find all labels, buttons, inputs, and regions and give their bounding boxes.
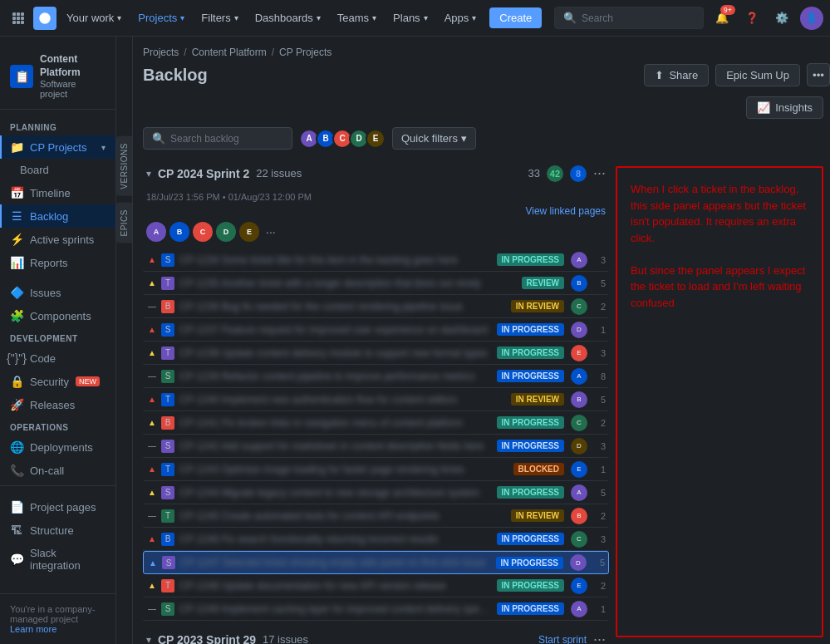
issue-type-icon: T bbox=[161, 579, 174, 592]
apps-grid-icon[interactable] bbox=[7, 7, 30, 30]
story-points: 8 bbox=[592, 371, 606, 381]
sidebar-item-slack[interactable]: 💬 Slack integration bbox=[0, 542, 115, 577]
chevron-down-icon: ▾ bbox=[180, 13, 184, 22]
table-row[interactable]: ▲ B CP-1241 Fix broken links in navigati… bbox=[143, 411, 609, 435]
nav-right-section: 🔍 Search 🔔 9+ ❓ ⚙️ 👤 bbox=[554, 7, 823, 30]
start-sprint-button[interactable]: Start sprint bbox=[538, 634, 587, 645]
side-panel: When I click a ticket in the backlog, th… bbox=[616, 166, 823, 637]
row-text: CP-1234 Some ticket title for this item … bbox=[179, 254, 490, 266]
sidebar-item-timeline[interactable]: 📅 Timeline bbox=[0, 181, 115, 204]
team-more-icon[interactable]: ··· bbox=[266, 225, 276, 238]
breadcrumb-cp-projects[interactable]: CP Projects bbox=[279, 47, 332, 58]
table-row[interactable]: — S CP-1242 Add support for markdown in … bbox=[143, 435, 609, 458]
content-wrapper: Projects / Content Platform / CP Project… bbox=[133, 37, 830, 644]
avatar-filters[interactable]: A B C D E bbox=[299, 129, 386, 149]
code-icon: {"}"} bbox=[10, 351, 23, 365]
nav-dashboards[interactable]: Dashboards ▾ bbox=[248, 8, 327, 27]
sidebar-item-cp-projects[interactable]: 📁 CP Projects ▾ bbox=[0, 135, 115, 159]
sidebar-item-backlog[interactable]: ☰ Backlog bbox=[0, 204, 115, 228]
sidebar-item-code[interactable]: {"}"} Code bbox=[0, 347, 115, 370]
sprint2-stats: Start sprint ··· bbox=[538, 631, 606, 644]
quick-filters-button[interactable]: Quick filters ▾ bbox=[392, 127, 476, 150]
chevron-down-icon: ▾ bbox=[101, 143, 106, 152]
nav-your-work[interactable]: Your work ▾ bbox=[60, 8, 128, 27]
sprint2-more-icon[interactable]: ··· bbox=[593, 631, 606, 644]
status-badge: REVIEW bbox=[522, 277, 564, 289]
view-linked-pages-link[interactable]: View linked pages bbox=[525, 205, 606, 217]
search-bar[interactable]: 🔍 Search bbox=[554, 7, 704, 29]
more-options-button[interactable]: ••• bbox=[807, 63, 830, 86]
sprint1-more-icon[interactable]: ··· bbox=[593, 165, 606, 182]
table-row[interactable]: — T CP-1245 Create automated tests for c… bbox=[143, 504, 609, 528]
table-row[interactable]: — S CP-1249 Implement caching layer for … bbox=[143, 597, 609, 621]
table-row[interactable]: — S CP-1239 Refactor content pipeline to… bbox=[143, 365, 609, 388]
table-row[interactable]: ▲ T CP-1238 Update content delivery modu… bbox=[143, 342, 609, 365]
top-nav: Your work ▾ Projects ▾ Filters ▾ Dashboa… bbox=[0, 0, 830, 37]
sidebar-item-security[interactable]: 🔒 Security NEW bbox=[0, 370, 115, 393]
learn-more-link[interactable]: Learn more bbox=[10, 624, 106, 634]
sidebar-item-reports[interactable]: 📊 Reports bbox=[0, 251, 115, 274]
sidebar-item-releases[interactable]: 🚀 Releases bbox=[0, 393, 115, 416]
epic-sum-button[interactable]: Epic Sum Up bbox=[715, 64, 800, 86]
sprint-icon: ⚡ bbox=[10, 233, 23, 246]
annotation-text: When I click a ticket in the backlog, th… bbox=[617, 168, 822, 324]
share-button[interactable]: ⬆ Share bbox=[644, 64, 709, 86]
sprint1-view-linked: View linked pages bbox=[143, 205, 609, 217]
sidebar-item-project-pages[interactable]: 📄 Project pages bbox=[0, 495, 115, 519]
nav-projects[interactable]: Projects ▾ bbox=[131, 8, 191, 27]
table-row[interactable]: ▲ S CP-1244 Migrate legacy content to ne… bbox=[143, 481, 609, 504]
breadcrumb-projects[interactable]: Projects bbox=[143, 47, 179, 58]
sidebar-item-board[interactable]: Board bbox=[0, 159, 115, 181]
search-backlog-input[interactable]: 🔍 Search backlog bbox=[143, 127, 292, 150]
table-row[interactable]: ▲ T CP-1240 Implement new authentication… bbox=[143, 388, 609, 411]
sidebar-item-components[interactable]: 🧩 Components bbox=[0, 304, 115, 327]
priority-icon: ▲ bbox=[146, 580, 158, 592]
table-row[interactable]: — B CP-1236 Bug fix needed for the conte… bbox=[143, 295, 609, 318]
sidebar-item-active-sprints[interactable]: ⚡ Active sprints bbox=[0, 228, 115, 251]
sidebar-item-deployments[interactable]: 🌐 Deployments bbox=[0, 435, 115, 459]
sprint1-badge-green: 42 bbox=[547, 165, 563, 182]
settings-button[interactable]: ⚙️ bbox=[770, 7, 793, 30]
insights-button[interactable]: 📈 Insights bbox=[746, 96, 823, 119]
table-row[interactable]: ▲ S CP-1247 Selected ticket showing empt… bbox=[143, 551, 609, 574]
table-row[interactable]: ▲ T CP-1243 Optimize image loading for f… bbox=[143, 458, 609, 481]
table-row[interactable]: ▲ B CP-1246 Fix search functionality ret… bbox=[143, 528, 609, 551]
nav-teams[interactable]: Teams ▾ bbox=[331, 8, 383, 27]
status-badge: IN PROGRESS bbox=[497, 253, 564, 266]
sidebar-item-structure[interactable]: 🏗 Structure bbox=[0, 519, 115, 542]
svg-rect-3 bbox=[12, 17, 16, 20]
timeline-icon: 📅 bbox=[10, 186, 23, 199]
sidebar-item-issues[interactable]: 🔷 Issues bbox=[0, 281, 115, 304]
table-row[interactable]: ▲ S CP-1237 Feature request for improved… bbox=[143, 318, 609, 342]
story-points: 3 bbox=[592, 255, 606, 265]
create-button[interactable]: Create bbox=[489, 7, 542, 28]
breadcrumb-content-platform[interactable]: Content Platform bbox=[192, 47, 267, 58]
user-avatar[interactable]: 👤 bbox=[800, 7, 823, 30]
row-text: CP-1240 Implement new authentication flo… bbox=[179, 394, 504, 406]
assignee-avatar: A bbox=[571, 601, 587, 617]
versions-tab[interactable]: VERSIONS bbox=[116, 136, 132, 196]
assignee-avatar: B bbox=[571, 508, 587, 524]
nav-apps[interactable]: Apps ▾ bbox=[438, 8, 484, 27]
epics-tab[interactable]: EPICS bbox=[116, 203, 132, 243]
issue-type-icon: B bbox=[161, 533, 174, 546]
sidebar-footer: You're in a company-managed project Lear… bbox=[0, 593, 116, 644]
table-row[interactable]: ▲ T CP-1248 Update documentation for new… bbox=[143, 574, 609, 597]
table-row[interactable]: ▲ S CP-1234 Some ticket title for this i… bbox=[143, 248, 609, 272]
help-button[interactable]: ❓ bbox=[740, 7, 764, 30]
sidebar-item-on-call[interactable]: 📞 On-call bbox=[0, 459, 115, 482]
sprint1-stats: 33 42 8 ··· bbox=[528, 165, 606, 182]
table-row[interactable]: ▲ T CP-1235 Another ticket with a longer… bbox=[143, 272, 609, 295]
issue-type-icon: S bbox=[161, 370, 174, 383]
priority-icon: ▲ bbox=[147, 557, 159, 568]
notifications-button[interactable]: 🔔 9+ bbox=[710, 7, 734, 30]
nav-plans[interactable]: Plans ▾ bbox=[386, 8, 435, 27]
filter-avatar-5[interactable]: E bbox=[366, 129, 386, 149]
svg-rect-6 bbox=[12, 21, 16, 24]
row-text: CP-1243 Optimize image loading for faste… bbox=[179, 464, 507, 475]
app-logo[interactable] bbox=[33, 7, 56, 30]
nav-filters[interactable]: Filters ▾ bbox=[194, 8, 244, 27]
sprint2-chevron-icon[interactable]: ▾ bbox=[146, 634, 151, 645]
story-points: 2 bbox=[592, 511, 606, 521]
sprint-chevron-icon[interactable]: ▾ bbox=[146, 168, 151, 179]
